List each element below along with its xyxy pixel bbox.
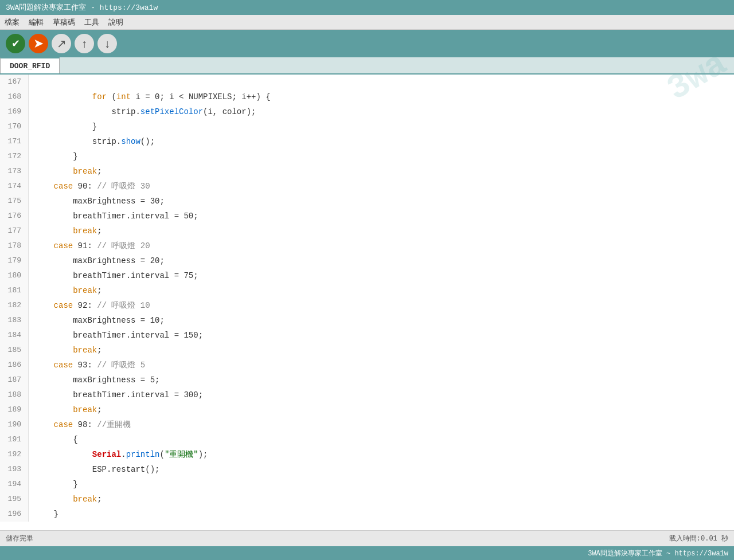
title-bar: 3WA問題解決專家工作室 - https://3wa1w (0, 0, 734, 15)
table-row: 173 break; (0, 164, 734, 179)
table-row: 187 maxBrightness = 5; (0, 373, 734, 387)
table-row: 182 case 92: // 呼吸燈 10 (0, 298, 734, 313)
table-row: 180 breathTimer.interval = 75; (0, 268, 734, 283)
menu-bar: 檔案 編輯 草稿碼 工具 說明 (0, 15, 734, 30)
save-button[interactable]: ↓ (97, 34, 117, 53)
table-row: 175 maxBrightness = 30; (0, 194, 734, 209)
table-row: 183 maxBrightness = 10; (0, 313, 734, 328)
editor-area[interactable]: 167 168 for (int i = 0; i < NUMPIXELS; i… (0, 75, 734, 530)
status-right: 載入時間:0.01 秒 (669, 534, 728, 543)
menu-tools[interactable]: 工具 (84, 17, 99, 28)
table-row: 176 breathTimer.interval = 50; (0, 209, 734, 224)
table-row: 184 breathTimer.interval = 150; (0, 328, 734, 343)
open-button[interactable]: ↑ (75, 34, 94, 53)
table-row: 178 case 91: // 呼吸燈 20 (0, 238, 734, 253)
table-row: 193 ESP.restart(); (0, 462, 734, 477)
table-row: 194 } (0, 477, 734, 492)
bottom-text: 3WA問題解決專家工作室 ~ https://3wa1w (588, 549, 728, 558)
status-bar: 儲存完畢 載入時間:0.01 秒 (0, 530, 734, 546)
table-row: 172 } (0, 149, 734, 164)
table-row: 179 maxBrightness = 20; (0, 253, 734, 268)
table-row: 185 break; (0, 343, 734, 358)
table-row: 192 Serial.println("重開機"); (0, 447, 734, 462)
table-row: 174 case 90: // 呼吸燈 30 (0, 179, 734, 194)
upload-button[interactable]: ➤ (29, 34, 48, 53)
table-row: 171 strip.show(); (0, 134, 734, 149)
verify-button[interactable]: ✔ (6, 34, 25, 53)
table-row: 168 for (int i = 0; i < NUMPIXELS; i++) … (0, 89, 734, 104)
code-container: 167 168 for (int i = 0; i < NUMPIXELS; i… (0, 75, 734, 522)
menu-edit[interactable]: 編輯 (29, 17, 44, 28)
table-row: 188 breathTimer.interval = 300; (0, 387, 734, 402)
table-row: 170 } (0, 119, 734, 134)
table-row: 167 (0, 75, 734, 89)
tab-bar: DOOR_RFID (0, 57, 734, 75)
table-row: 169 strip.setPixelColor(i, color); (0, 104, 734, 119)
tab-door-rfid[interactable]: DOOR_RFID (0, 57, 60, 73)
table-row: 190 case 98: //重開機 (0, 417, 734, 432)
table-row: 186 case 93: // 呼吸燈 5 (0, 358, 734, 373)
table-row: 191 { (0, 432, 734, 447)
toolbar: ✔ ➤ ↗ ↑ ↓ (0, 30, 734, 57)
status-left: 儲存完畢 (6, 534, 33, 543)
menu-sketch[interactable]: 草稿碼 (53, 17, 75, 28)
table-row: 181 break; (0, 283, 734, 298)
bottom-bar: 3WA問題解決專家工作室 ~ https://3wa1w (0, 546, 734, 560)
title-text: 3WA問題解決專家工作室 - https://3wa1w (6, 2, 158, 13)
table-row: 177 break; (0, 224, 734, 238)
table-row: 189 break; (0, 402, 734, 417)
menu-help[interactable]: 說明 (108, 17, 123, 28)
new-button[interactable]: ↗ (52, 34, 71, 53)
menu-file[interactable]: 檔案 (5, 17, 19, 28)
table-row: 196 } (0, 507, 734, 522)
table-row: 195 break; (0, 492, 734, 507)
